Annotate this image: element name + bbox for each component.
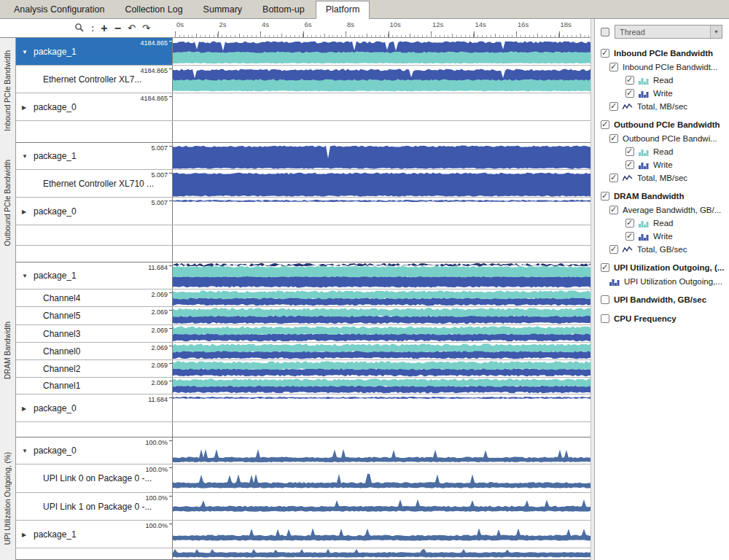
timeline-row-package-1: ▼package_15.007	[16, 143, 590, 170]
read-checkbox[interactable]	[625, 147, 634, 156]
expand-arrow-icon[interactable]: ▶	[22, 104, 26, 110]
tab-analysis-configuration[interactable]: Analysis Configuration	[4, 1, 114, 18]
legend-panel: Thread ▼ Inbound PCIe BandwidthInbound P…	[595, 19, 729, 560]
chart-channel5[interactable]	[173, 307, 590, 324]
row-label-upi-link-1-on-package-0[interactable]: UPI Link 1 on Package 0 -...100.0%	[16, 493, 173, 520]
chart-spacer[interactable]	[173, 246, 590, 262]
write-checkbox[interactable]	[625, 232, 634, 241]
row-label-package-0[interactable]: ▶package_05.007	[16, 198, 173, 225]
average-bandwidth-gb-checkbox[interactable]	[609, 206, 618, 214]
row-label-package-1[interactable]: ▼package_111.684	[16, 262, 173, 289]
row-label-ethernet-controller-xl7[interactable]: Ethernet Controller XL7...4184.865	[16, 66, 173, 93]
row-label-upi-link-0-on-package-0[interactable]: UPI Link 0 on Package 0 -...100.0%	[16, 464, 173, 492]
chart-package-1[interactable]	[173, 38, 590, 65]
zoom-magnifier-icon[interactable]	[74, 23, 85, 34]
total-mb-sec-checkbox[interactable]	[609, 102, 618, 111]
chart-spacer[interactable]	[173, 548, 590, 559]
chart-channel2[interactable]	[173, 360, 590, 377]
legend-label: Read	[653, 219, 674, 228]
expand-arrow-icon[interactable]: ▶	[22, 405, 26, 411]
legend-row-write: Write	[601, 158, 726, 171]
row-label-package-1[interactable]: ▶package_1100.0%	[16, 521, 173, 548]
chart-package-1[interactable]	[173, 262, 590, 289]
timeline-row-spacer	[16, 548, 590, 560]
upi-bandwidth-gb-sec-checkbox[interactable]	[601, 295, 609, 304]
outbound-pcie-bandwi-checkbox[interactable]	[609, 134, 618, 143]
chart-package-0[interactable]	[173, 198, 590, 225]
chart-package-0[interactable]	[173, 394, 590, 421]
timeline-toolbar: :+−↶↷	[0, 19, 173, 37]
thread-dropdown[interactable]: Thread ▼	[615, 25, 722, 39]
chart-spacer[interactable]	[173, 422, 590, 437]
chart-package-1[interactable]	[173, 521, 590, 548]
collapse-arrow-icon[interactable]: ▼	[22, 48, 28, 55]
collapse-arrow-icon[interactable]: ▼	[22, 153, 28, 160]
chart-spacer[interactable]	[173, 225, 590, 245]
read-checkbox[interactable]	[625, 219, 634, 228]
row-label-ethernet-controller-xl710[interactable]: Ethernet Controller XL710 ...5.007	[16, 170, 173, 197]
timeline-ruler[interactable]: 0s2s4s6s8s10s12s14s16s18s	[173, 19, 590, 37]
platform-content: :+−↶↷ 0s2s4s6s8s10s12s14s16s18s Inbound …	[0, 19, 729, 560]
row-label-package-0[interactable]: ▶package_04184.865	[16, 93, 173, 120]
chart-package-1[interactable]	[173, 143, 590, 169]
inbound-pcie-bandwidt-checkbox[interactable]	[609, 63, 618, 71]
chart-package-0[interactable]	[173, 93, 590, 120]
chart-channel1[interactable]	[173, 378, 590, 394]
row-label-channel0[interactable]: Channel02.069	[16, 343, 173, 359]
legend-label: Write	[653, 89, 673, 98]
chart-upi-link-1-on-package-0[interactable]	[173, 493, 590, 520]
outbound-pcie-bandwidth-checkbox[interactable]	[601, 120, 609, 129]
chart-package-0[interactable]	[173, 438, 590, 464]
write-checkbox[interactable]	[625, 89, 634, 98]
expand-arrow-icon[interactable]: ▶	[22, 531, 26, 537]
row-label-package-1[interactable]: ▼package_14184.865	[16, 38, 173, 65]
legend-row-read: Read	[601, 74, 726, 87]
chart-channel0[interactable]	[173, 343, 590, 359]
chart-ethernet-controller-xl7[interactable]	[173, 66, 590, 93]
row-label-channel2[interactable]: Channel22.069	[16, 360, 173, 377]
ruler-tick	[559, 31, 560, 37]
thread-filter-row: Thread ▼	[601, 25, 726, 39]
read-area-icon	[639, 77, 649, 85]
row-label-channel1[interactable]: Channel12.069	[16, 378, 173, 394]
thread-filter-checkbox[interactable]	[601, 28, 609, 36]
write-checkbox[interactable]	[625, 160, 634, 169]
dram-bandwidth-checkbox[interactable]	[601, 192, 609, 201]
chart-spacer[interactable]	[173, 121, 590, 142]
read-checkbox[interactable]	[625, 76, 634, 85]
cpu-frequency-checkbox[interactable]	[601, 314, 609, 323]
tab-bottom-up[interactable]: Bottom-up	[253, 1, 314, 18]
row-label-channel3[interactable]: Channel32.069	[16, 325, 173, 342]
collapse-arrow-icon[interactable]: ▼	[22, 448, 28, 454]
zoom-undo-icon[interactable]: ↶	[128, 23, 136, 33]
chart-channel3[interactable]	[173, 325, 590, 342]
tab-summary[interactable]: Summary	[194, 1, 252, 18]
row-label-package-1[interactable]: ▼package_15.007	[16, 143, 173, 169]
row-label-channel5[interactable]: Channel52.069	[16, 307, 173, 324]
chart-ethernet-controller-xl710[interactable]	[173, 170, 590, 197]
row-label-package-0[interactable]: ▼package_0100.0%	[16, 438, 173, 464]
row-label-package-0[interactable]: ▶package_011.684	[16, 394, 173, 421]
tab-platform[interactable]: Platform	[316, 1, 370, 19]
row-max-value: 11.684	[148, 396, 168, 403]
legend-row-read: Read	[601, 145, 726, 158]
chart-upi-link-0-on-package-0[interactable]	[173, 464, 590, 492]
thread-dropdown-label: Thread	[620, 28, 645, 36]
chart-graphic	[173, 360, 590, 377]
collapse-arrow-icon[interactable]: ▼	[22, 273, 28, 279]
zoom-out-icon[interactable]: −	[114, 23, 121, 34]
tab-collection-log[interactable]: Collection Log	[115, 1, 192, 18]
chart-channel4[interactable]	[173, 289, 590, 306]
upi-utilization-outgoing-checkbox[interactable]	[601, 263, 609, 272]
axis-strip-outbound-pcie-bandwidth: Outbound PCIe Bandwidth	[0, 143, 16, 262]
legend-tree: Inbound PCIe BandwidthInbound PCIe Bandw…	[601, 46, 726, 326]
row-label-channel4[interactable]: Channel42.069	[16, 289, 173, 306]
expand-arrow-icon[interactable]: ▶	[22, 208, 26, 214]
zoom-in-icon[interactable]: +	[101, 23, 107, 34]
zoom-redo-icon[interactable]: ↷	[142, 23, 150, 33]
section-outbound-pcie-bandwidth: Outbound PCIe Bandwidth▼package_15.007Et…	[0, 143, 590, 262]
total-gb-sec-checkbox[interactable]	[609, 245, 618, 254]
row-max-value: 5.007	[151, 199, 168, 206]
inbound-pcie-bandwidth-checkbox[interactable]	[601, 49, 609, 58]
total-mb-sec-checkbox[interactable]	[609, 174, 618, 182]
